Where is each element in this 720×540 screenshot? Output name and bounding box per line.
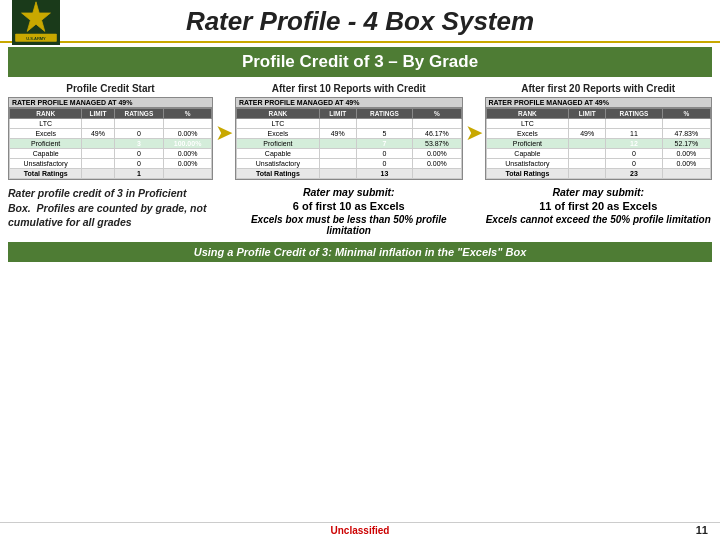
cell-limit xyxy=(319,149,356,159)
table-row: Unsatisfactory 0 0.00% xyxy=(486,159,711,169)
cell-ratings: 0 xyxy=(606,159,663,169)
arrow1: ➤ xyxy=(213,83,235,146)
cell-pct xyxy=(413,119,461,129)
footer: Unclassified xyxy=(0,522,720,536)
cell-pct: 53.87% xyxy=(413,139,461,149)
table-row: Capable 0 0.00% xyxy=(486,149,711,159)
table-row: Unsatisfactory 0 0.00% xyxy=(237,159,462,169)
cell-limit xyxy=(319,139,356,149)
page-number: 11 xyxy=(696,524,708,536)
cell-rank: Capable xyxy=(486,149,569,159)
cell-ratings: 13 xyxy=(356,169,413,179)
col1-th-limit: LIMIT xyxy=(82,109,114,119)
cell-pct: 0.00% xyxy=(662,149,710,159)
col3-table: RANK LIMIT RATINGS % LTC xyxy=(486,108,712,179)
cell-limit xyxy=(319,119,356,129)
col1-header: Profile Credit Start xyxy=(8,83,213,94)
cell-rank: Proficient xyxy=(10,139,82,149)
classification-label: Unclassified xyxy=(331,525,390,536)
cell-rank: Unsatisfactory xyxy=(486,159,569,169)
arrow1-icon: ➤ xyxy=(215,120,233,146)
col1-th-pct: % xyxy=(164,109,212,119)
col3: After first 20 Reports with Credit RATER… xyxy=(485,83,713,225)
cell-ratings: 0 xyxy=(114,149,164,159)
table-row: Excels 49% 5 46.17% xyxy=(237,129,462,139)
bottom-info: Using a Profile Credit of 3: Minimal inf… xyxy=(8,242,712,262)
cell-ratings: 0 xyxy=(114,129,164,139)
cell-limit xyxy=(569,159,606,169)
col2-th-rank: RANK xyxy=(237,109,320,119)
table-row: Proficient 12 52.17% xyxy=(486,139,711,149)
bottom-info-text: Using a Profile Credit of 3: Minimal inf… xyxy=(194,246,527,258)
cell-rank: Capable xyxy=(10,149,82,159)
cell-pct: 52.17% xyxy=(662,139,710,149)
cell-limit: 49% xyxy=(319,129,356,139)
cell-pct xyxy=(662,169,710,179)
cell-ratings xyxy=(606,119,663,129)
sub-header: Profile Credit of 3 – By Grade xyxy=(8,47,712,77)
cell-limit xyxy=(82,149,114,159)
col3-header: After first 20 Reports with Credit xyxy=(485,83,713,94)
col3-th-ratings: RATINGS xyxy=(606,109,663,119)
table-row: Excels 49% 11 47.83% xyxy=(486,129,711,139)
col2-table: RANK LIMIT RATINGS % LTC xyxy=(236,108,462,179)
cell-ratings: 1 xyxy=(114,169,164,179)
col1-th-ratings: RATINGS xyxy=(114,109,164,119)
table-row: Unsatisfactory 0 0.00% xyxy=(10,159,212,169)
col3-th-limit: LIMIT xyxy=(569,109,606,119)
cell-pct xyxy=(164,169,212,179)
col3-th-pct: % xyxy=(662,109,710,119)
table-row: Proficient 7 53.87% xyxy=(237,139,462,149)
col3-submit: Rater may submit: xyxy=(485,186,713,198)
cell-pct: 47.83% xyxy=(662,129,710,139)
cell-total-label: Total Ratings xyxy=(486,169,569,179)
cell-ratings xyxy=(356,119,413,129)
cell-rank: Excels xyxy=(237,129,320,139)
svg-text:U.S.ARMY: U.S.ARMY xyxy=(26,36,46,41)
col2-th-limit: LIMIT xyxy=(319,109,356,119)
col1-table-box: RATER PROFILE MANAGED AT 49% RANK LIMIT … xyxy=(8,97,213,180)
col1-table: RANK LIMIT RATINGS % LTC xyxy=(9,108,212,179)
cell-rank: Unsatisfactory xyxy=(10,159,82,169)
cell-limit xyxy=(319,159,356,169)
col3-table-box: RATER PROFILE MANAGED AT 49% RANK LIMIT … xyxy=(485,97,713,180)
col2-submit-detail: 6 of first 10 as Excels xyxy=(235,200,463,212)
col1-managed-row: RATER PROFILE MANAGED AT 49% xyxy=(9,98,212,108)
sub-header-label: Profile Credit of 3 – By Grade xyxy=(242,52,478,71)
table-row: Capable 0 0.00% xyxy=(237,149,462,159)
cell-pct: 0.00% xyxy=(164,129,212,139)
cell-limit xyxy=(319,169,356,179)
table-row: LTC xyxy=(10,119,212,129)
cell-ratings: 23 xyxy=(606,169,663,179)
col1-desc-text: Rater profile credit of 3 in Proficient … xyxy=(8,187,206,228)
cell-ratings highlight-green: 3 xyxy=(114,139,164,149)
col3-submit-detail: 11 of first 20 as Excels xyxy=(485,200,713,212)
header: U.S.ARMY Rater Profile - 4 Box System xyxy=(0,0,720,43)
cell-pct: 0.00% xyxy=(413,159,461,169)
cell-rank: Proficient xyxy=(486,139,569,149)
cell-rank: Excels xyxy=(486,129,569,139)
cell-ratings: 0 xyxy=(356,159,413,169)
col2-th-pct: % xyxy=(413,109,461,119)
table-row: LTC xyxy=(486,119,711,129)
col2-th-ratings: RATINGS xyxy=(356,109,413,119)
cell-ratings: 11 xyxy=(606,129,663,139)
cell-limit xyxy=(569,169,606,179)
cell-limit xyxy=(82,159,114,169)
col1-th-rank: RANK xyxy=(10,109,82,119)
cell-pct highlight-red: 100.00% xyxy=(164,139,212,149)
cell-pct: 0.00% xyxy=(164,159,212,169)
cell-pct: 0.00% xyxy=(164,149,212,159)
cell-rank: LTC xyxy=(237,119,320,129)
main-title: Rater Profile - 4 Box System xyxy=(186,6,534,37)
table-row-total: Total Ratings 23 xyxy=(486,169,711,179)
cell-pct xyxy=(413,169,461,179)
arrow2: ➤ xyxy=(463,83,485,146)
cell-ratings: 0 xyxy=(606,149,663,159)
content-area: Profile Credit Start RATER PROFILE MANAG… xyxy=(0,77,720,238)
cell-rank: Excels xyxy=(10,129,82,139)
cell-limit: 49% xyxy=(82,129,114,139)
col1: Profile Credit Start RATER PROFILE MANAG… xyxy=(8,83,213,230)
col2-submit: Rater may submit: xyxy=(235,186,463,198)
table-row: Excels 49% 0 0.00% xyxy=(10,129,212,139)
